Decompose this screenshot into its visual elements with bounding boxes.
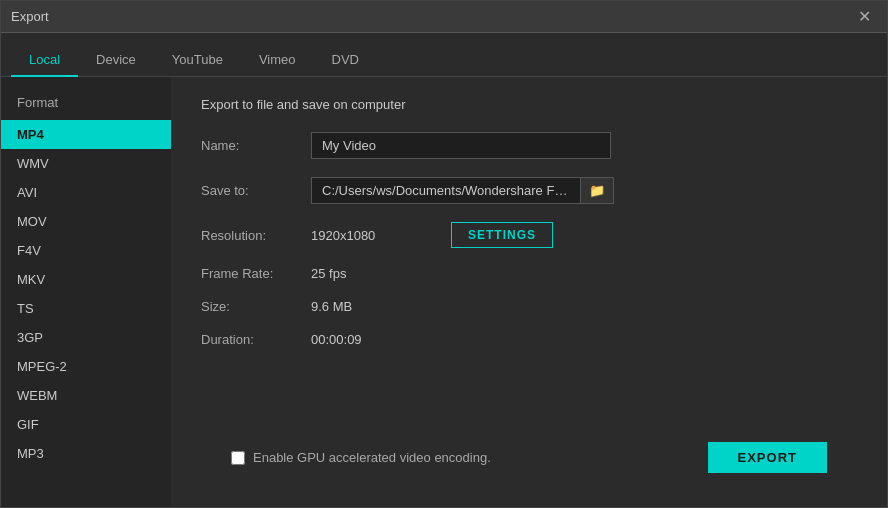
framerate-row: Frame Rate: 25 fps: [201, 266, 857, 281]
sidebar-item-mkv[interactable]: MKV: [1, 265, 171, 294]
duration-value: 00:00:09: [311, 332, 362, 347]
sidebar-item-avi[interactable]: AVI: [1, 178, 171, 207]
browse-folder-button[interactable]: 📁: [581, 177, 614, 204]
save-to-row: Save to: 📁: [201, 177, 857, 204]
gpu-checkbox[interactable]: [231, 451, 245, 465]
framerate-value: 25 fps: [311, 266, 346, 281]
tab-youtube[interactable]: YouTube: [154, 44, 241, 77]
format-sidebar: Format MP4 WMV AVI MOV F4V MKV TS 3GP MP…: [1, 77, 171, 507]
save-to-input[interactable]: [311, 177, 581, 204]
sidebar-item-3gp[interactable]: 3GP: [1, 323, 171, 352]
tab-dvd[interactable]: DVD: [314, 44, 377, 77]
gpu-label: Enable GPU accelerated video encoding.: [253, 450, 491, 465]
tab-bar: Local Device YouTube Vimeo DVD: [1, 33, 887, 77]
export-button[interactable]: EXPORT: [708, 442, 827, 473]
settings-button[interactable]: SETTINGS: [451, 222, 553, 248]
main-panel: Export to file and save on computer Name…: [171, 77, 887, 507]
sidebar-item-mov[interactable]: MOV: [1, 207, 171, 236]
resolution-value: 1920x1080: [311, 228, 431, 243]
tab-device[interactable]: Device: [78, 44, 154, 77]
name-label: Name:: [201, 138, 311, 153]
window-title: Export: [11, 9, 49, 24]
content-area: Format MP4 WMV AVI MOV F4V MKV TS 3GP MP…: [1, 77, 887, 507]
name-input[interactable]: [311, 132, 611, 159]
name-row: Name:: [201, 132, 857, 159]
sidebar-item-wmv[interactable]: WMV: [1, 149, 171, 178]
sidebar-item-webm[interactable]: WEBM: [1, 381, 171, 410]
sidebar-header: Format: [1, 87, 171, 120]
sidebar-item-gif[interactable]: GIF: [1, 410, 171, 439]
main-title: Export to file and save on computer: [201, 97, 857, 112]
framerate-label: Frame Rate:: [201, 266, 311, 281]
title-bar: Export ✕: [1, 1, 887, 33]
sidebar-item-mp3[interactable]: MP3: [1, 439, 171, 468]
sidebar-item-mpeg2[interactable]: MPEG-2: [1, 352, 171, 381]
resolution-row: Resolution: 1920x1080 SETTINGS: [201, 222, 857, 248]
tab-local[interactable]: Local: [11, 44, 78, 77]
save-to-label: Save to:: [201, 183, 311, 198]
save-to-wrapper: 📁: [311, 177, 614, 204]
gpu-check-label[interactable]: Enable GPU accelerated video encoding.: [231, 450, 491, 465]
close-button[interactable]: ✕: [852, 5, 877, 28]
export-window: Export ✕ Local Device YouTube Vimeo DVD …: [0, 0, 888, 508]
duration-label: Duration:: [201, 332, 311, 347]
bottom-bar: Enable GPU accelerated video encoding. E…: [201, 432, 857, 487]
size-row: Size: 9.6 MB: [201, 299, 857, 314]
size-value: 9.6 MB: [311, 299, 352, 314]
duration-row: Duration: 00:00:09: [201, 332, 857, 347]
sidebar-item-mp4[interactable]: MP4: [1, 120, 171, 149]
resolution-label: Resolution:: [201, 228, 311, 243]
sidebar-item-ts[interactable]: TS: [1, 294, 171, 323]
tab-vimeo[interactable]: Vimeo: [241, 44, 314, 77]
size-label: Size:: [201, 299, 311, 314]
sidebar-item-f4v[interactable]: F4V: [1, 236, 171, 265]
